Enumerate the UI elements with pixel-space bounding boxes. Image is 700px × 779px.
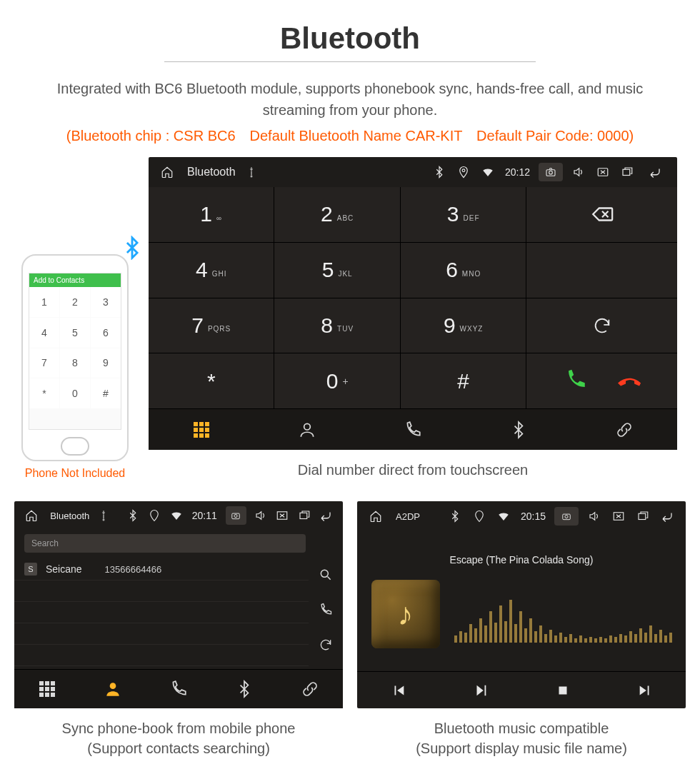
home-icon[interactable] xyxy=(367,508,384,525)
recent-apps-icon[interactable] xyxy=(634,508,651,525)
home-icon[interactable] xyxy=(159,164,176,181)
equalizer xyxy=(454,585,672,643)
tab-contacts[interactable] xyxy=(80,670,146,708)
contact-row-empty xyxy=(14,602,309,623)
svg-point-13 xyxy=(110,683,116,690)
call-icon[interactable] xyxy=(319,603,333,619)
close-app-icon[interactable] xyxy=(610,508,627,525)
back-icon[interactable] xyxy=(643,164,667,181)
recent-apps-icon[interactable] xyxy=(296,507,311,524)
search-input[interactable]: Search xyxy=(24,534,306,553)
redial-button[interactable] xyxy=(526,298,677,353)
phone-key: 3 xyxy=(91,287,121,317)
call-controls xyxy=(526,353,677,408)
screenshot-icon[interactable] xyxy=(554,507,579,526)
clock: 20:11 xyxy=(192,510,217,521)
contacts-screen: Bluetooth 20:11 Search SSeicane135666644… xyxy=(14,501,343,708)
svg-point-3 xyxy=(549,171,553,174)
dial-key-6[interactable]: 6MNO xyxy=(401,243,526,298)
tab-pair[interactable] xyxy=(571,409,677,450)
stop-button[interactable] xyxy=(521,672,604,708)
svg-point-9 xyxy=(234,515,237,518)
wifi-icon xyxy=(169,507,183,524)
phone-key: # xyxy=(91,378,121,408)
dial-key-0[interactable]: 0+ xyxy=(274,353,399,408)
dial-key-4[interactable]: 4GHI xyxy=(149,243,274,298)
contact-row-empty xyxy=(14,581,309,602)
dial-key-5[interactable]: 5JKL xyxy=(274,243,399,298)
close-app-icon[interactable] xyxy=(275,507,289,524)
dial-key-9[interactable]: 9WXYZ xyxy=(401,298,526,353)
page-title: Bluetooth xyxy=(14,21,686,56)
back-icon[interactable] xyxy=(319,507,333,524)
svg-point-7 xyxy=(103,519,105,521)
home-icon[interactable] xyxy=(24,507,39,524)
svg-point-15 xyxy=(565,516,568,518)
volume-icon[interactable] xyxy=(254,507,268,524)
svg-rect-18 xyxy=(559,686,566,694)
contacts-caption: Sync phone-book from mobile phone (Suppo… xyxy=(14,718,343,758)
contact-row[interactable]: SSeicane13566664466 xyxy=(14,558,309,581)
location-icon xyxy=(147,507,161,524)
contact-row-empty xyxy=(14,645,309,666)
phone-key: 6 xyxy=(91,318,121,348)
svg-rect-17 xyxy=(639,513,646,519)
music-caption: Bluetooth music compatible (Support disp… xyxy=(357,718,686,758)
dial-key-*[interactable]: * xyxy=(149,353,274,408)
phone-key: 8 xyxy=(60,348,90,378)
svg-point-6 xyxy=(304,423,311,430)
bluetooth-specs: (Bluetooth chip : CSR BC6 Default Blueto… xyxy=(14,128,686,144)
dial-key-3[interactable]: 3DEF xyxy=(401,187,526,242)
tab-call-log[interactable] xyxy=(360,409,466,450)
app-title: Bluetooth xyxy=(187,166,236,179)
call-button[interactable] xyxy=(564,368,588,394)
status-bar: Bluetooth 20:12 xyxy=(149,157,677,187)
screenshot-icon[interactable] xyxy=(539,163,563,181)
location-icon xyxy=(471,508,488,525)
tab-dialpad[interactable] xyxy=(149,409,254,450)
song-title: Escape (The Pina Colada Song) xyxy=(450,554,594,566)
bluetooth-icon xyxy=(126,507,140,524)
svg-rect-5 xyxy=(623,169,630,175)
phone-key: 4 xyxy=(29,318,59,348)
screenshot-icon[interactable] xyxy=(226,506,246,525)
dial-key-7[interactable]: 7PQRS xyxy=(149,298,274,353)
tab-contacts[interactable] xyxy=(254,409,360,450)
status-bar: Bluetooth 20:11 xyxy=(14,501,343,530)
play-pause-button[interactable] xyxy=(439,672,521,708)
volume-icon[interactable] xyxy=(586,508,603,525)
volume-icon[interactable] xyxy=(570,164,587,181)
tab-call-log[interactable] xyxy=(146,670,211,708)
search-icon[interactable] xyxy=(319,568,333,584)
usb-icon xyxy=(96,507,111,524)
status-bar: A2DP 20:15 xyxy=(357,501,686,531)
phone-mock-header: Add to Contacts xyxy=(29,273,121,287)
dial-key-8[interactable]: 8TUV xyxy=(274,298,399,353)
tab-bluetooth[interactable] xyxy=(211,670,277,708)
hangup-button[interactable] xyxy=(611,363,646,399)
phone-key: 1 xyxy=(29,287,59,317)
dial-key-#[interactable]: # xyxy=(401,353,526,408)
phone-key: 7 xyxy=(29,348,59,378)
backspace-button[interactable] xyxy=(526,187,677,242)
tab-pair[interactable] xyxy=(277,670,343,708)
svg-point-12 xyxy=(321,571,328,578)
dial-key-2[interactable]: 2ABC xyxy=(274,187,399,242)
prev-button[interactable] xyxy=(357,672,439,708)
dialer-screen: Bluetooth 20:12 1∞2ABC3DEF4GHI5JKL6MNO7P… xyxy=(149,157,677,450)
dialpad-icon xyxy=(39,681,55,697)
blank xyxy=(526,243,677,298)
wifi-icon xyxy=(495,508,512,525)
recent-apps-icon[interactable] xyxy=(619,164,636,181)
tab-dialpad[interactable] xyxy=(14,670,80,708)
sync-icon[interactable] xyxy=(319,638,333,654)
contact-row-empty xyxy=(14,623,309,645)
back-icon[interactable] xyxy=(659,508,676,525)
dial-key-1[interactable]: 1∞ xyxy=(149,187,274,242)
tab-bluetooth[interactable] xyxy=(466,409,571,450)
phone-home-button xyxy=(61,437,89,456)
phone-key: 2 xyxy=(60,287,90,317)
next-button[interactable] xyxy=(604,672,686,708)
clock: 20:12 xyxy=(505,166,530,178)
close-app-icon[interactable] xyxy=(594,164,611,181)
